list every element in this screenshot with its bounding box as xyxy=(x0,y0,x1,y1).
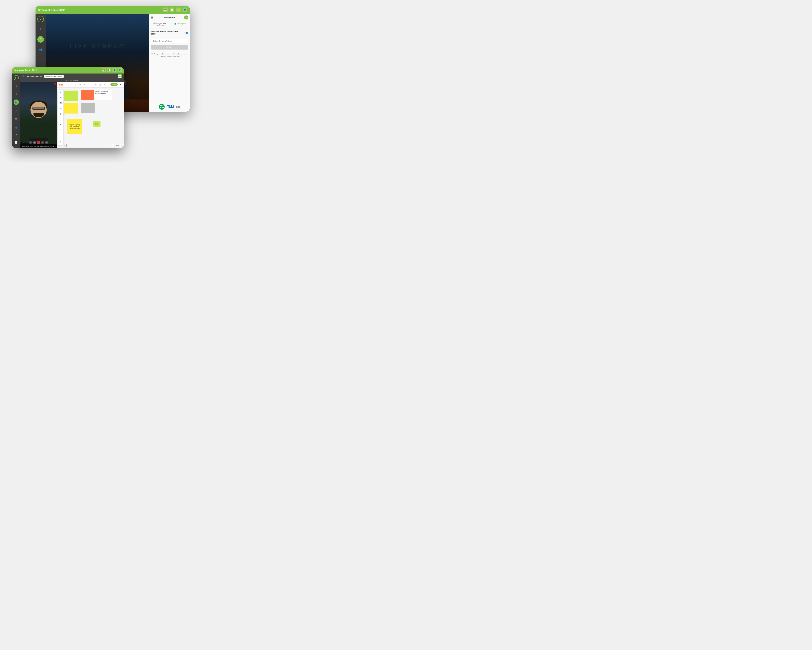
panel-avatar: F xyxy=(184,15,188,20)
sidebar-screen-icon[interactable]: 🖥 xyxy=(37,36,44,43)
ws-sidebar-bottom: 👤 ? 📄 xyxy=(14,125,19,147)
stage-bg-text: LIVE STREAM xyxy=(69,43,125,50)
zoom-out-btn[interactable]: − xyxy=(111,144,114,147)
miro-pencil-tool[interactable]: ✏ xyxy=(94,83,98,87)
panel-event-name: Demoevent xyxy=(163,16,175,19)
tab-umfragen[interactable]: 📊 Umfragen xyxy=(170,21,190,28)
workshop-video-area: 👤+ Workshopraum 1 Aufzeichnung starten xyxy=(20,73,124,148)
zoom-in-btn[interactable]: + xyxy=(120,144,123,147)
miro-frame-btn[interactable]: ⬚ xyxy=(74,83,78,87)
calendar-icon[interactable]: 📅 xyxy=(163,8,168,12)
tool-text[interactable]: T xyxy=(58,112,63,116)
tool-image[interactable]: 🖼 xyxy=(58,101,63,106)
miro-expand-icon[interactable]: ⌄ xyxy=(65,83,69,87)
editing-badge[interactable]: Editing xyxy=(110,83,118,86)
panel-logos: FAIRTRADE TUM slido xyxy=(150,102,190,112)
video-footer-text: Auf @ klicken, um Ihre Stummschaltung au… xyxy=(20,144,57,148)
ws-user-icon[interactable]: 👤 xyxy=(113,68,116,72)
tum-logo: TUM xyxy=(167,105,174,109)
send-button[interactable]: Senden xyxy=(151,45,188,49)
record-button[interactable]: Aufzeichnung starten xyxy=(44,75,64,78)
tool-undo[interactable]: ↺ xyxy=(58,135,63,139)
chat-icon[interactable]: 💬 xyxy=(169,8,174,12)
miro-toolbar: miro ⌄ ‹ ⬚ ⊕ › ↖ ✏ ◎ ● Editing ▼ xyxy=(57,82,124,87)
record-dot xyxy=(46,76,47,77)
tool-link[interactable]: ⊕ xyxy=(58,122,63,127)
person-glasses xyxy=(32,107,45,110)
fairtrade-logo: FAIRTRADE xyxy=(159,104,165,110)
sticky-green[interactable] xyxy=(64,90,78,101)
share-screen-btn[interactable]: ↑ xyxy=(41,141,44,144)
workshop-content: Hello World Streavent ... Auf @ klicken,… xyxy=(20,82,124,148)
miro-select-tool[interactable]: ↖ xyxy=(90,83,93,87)
tool-cursor[interactable]: ↖ xyxy=(58,91,63,95)
zoom-level: 26% xyxy=(115,145,119,147)
vote-count: 47 👥 xyxy=(183,32,188,34)
workshop-body: ▶ ℹ 🖥 👥 ↗ ▦ 👤 ? 📄 👤+ Workshopraum 1 Aufz… xyxy=(12,73,124,148)
video-recording-indicator xyxy=(54,83,56,85)
miro-area: miro ⌄ ‹ ⬚ ⊕ › ↖ ✏ ◎ ● Editing ▼ xyxy=(57,82,124,148)
miro-frame-icon[interactable]: ⊡ xyxy=(63,144,67,147)
miro-zoom-controls: − 26% + xyxy=(111,144,123,147)
miro-left-tools: ↖ ⊡ 🖼 ✏ T △ ⊕ » ↺ ↻ xyxy=(58,90,63,145)
ws-help-icon[interactable]: ? xyxy=(14,132,19,138)
miro-highlight-tool[interactable]: ◎ xyxy=(98,83,102,87)
phone-btn[interactable]: 📞 xyxy=(37,141,40,144)
panel-question: Welches Thema interessiert dich? 47 👥 xyxy=(150,28,190,37)
bell-icon[interactable]: 🔔 xyxy=(176,8,181,12)
sticky-orange[interactable] xyxy=(81,90,94,100)
main-header-icons: 📅 💬 🔔 👤 xyxy=(163,8,187,12)
main-window-title: Streavent Demo 2022 xyxy=(38,9,65,12)
miro-dropdown-icon[interactable]: ▼ xyxy=(119,83,122,87)
ws-grid-icon[interactable]: ▦ xyxy=(14,116,19,121)
user-icon[interactable]: 👤 xyxy=(183,8,187,12)
miro-nav-next[interactable]: › xyxy=(83,83,87,87)
tab-fragen[interactable]: 💬 Fragen und Antworten xyxy=(150,21,170,28)
word-input[interactable] xyxy=(151,39,188,43)
nav-back[interactable]: zurück zur Übersicht xyxy=(20,79,124,82)
welcome-card[interactable]: Herzlich willkommen unserem Beispiel xyxy=(95,90,111,100)
tool-redo[interactable]: ↻ xyxy=(58,140,63,144)
sidebar-people-icon[interactable]: 👥 xyxy=(37,46,44,53)
ws-calendar-icon[interactable]: 📅 xyxy=(102,68,106,72)
right-panel: ☰ Demoevent F 💬 Fragen und Antworten 📊 U… xyxy=(149,14,190,112)
tool-shape[interactable]: △ xyxy=(58,117,63,121)
grid-view-icon[interactable] xyxy=(118,74,122,78)
ws-doc-icon[interactable]: 📄 xyxy=(14,140,19,145)
play-button[interactable]: ▶ xyxy=(37,16,44,22)
panel-note: Alle Fragen und Umfragen in diesem Event… xyxy=(150,51,190,59)
tool-pen[interactable]: ✏ xyxy=(58,107,63,111)
ws-play-button[interactable]: ▶ xyxy=(14,75,19,80)
chat-tab-icon: 💬 xyxy=(153,23,156,24)
sidebar-share-icon[interactable]: ↗ xyxy=(37,57,44,63)
cam-btn[interactable]: 📷 xyxy=(33,141,36,144)
miro-color-tool[interactable]: ● xyxy=(103,83,107,87)
sticky-gray[interactable] xyxy=(81,103,95,113)
miro-nav-prev[interactable]: ‹ xyxy=(69,83,73,87)
ws-share-icon[interactable]: ↗ xyxy=(14,108,19,113)
ws-people-icon[interactable]: 👥 xyxy=(14,99,19,105)
poll-tab-icon: 📊 xyxy=(174,23,176,24)
ws-person-icon[interactable]: 👤 xyxy=(118,68,122,72)
sticky-yellow[interactable] xyxy=(64,103,78,113)
ws-chat-icon[interactable]: 💬 xyxy=(107,68,111,72)
sidebar-info-icon[interactable]: ℹ xyxy=(37,26,44,32)
tool-more[interactable]: » xyxy=(58,128,63,132)
add-person-icon: 👤+ xyxy=(22,75,26,77)
ws-profile-icon[interactable]: 👤 xyxy=(14,125,19,130)
settings-btn[interactable]: ⚙ xyxy=(45,141,48,144)
tool-sticky[interactable]: ⊡ xyxy=(58,96,63,100)
ws-info-icon[interactable]: ℹ xyxy=(14,83,19,89)
miro-bottom-bar: ⊡ − 26% + xyxy=(63,144,123,147)
miro-canvas[interactable]: ↖ ⊡ 🖼 ✏ T △ ⊕ » ↺ ↻ xyxy=(57,87,124,148)
main-header: Streavent Demo 2022 📅 💬 🔔 👤 xyxy=(35,6,190,14)
hamburger-icon[interactable]: ☰ xyxy=(151,16,153,19)
person-video xyxy=(20,82,57,148)
miro-layers-btn[interactable]: ⊕ xyxy=(78,83,82,87)
mic-btn[interactable]: 🎤 xyxy=(29,141,32,144)
sticky-yellow-large[interactable]: Integrate anything, e.g. Miro as a White… xyxy=(67,119,82,134)
ws-screen-icon[interactable]: 🖥 xyxy=(14,92,19,97)
panel-header: ☰ Demoevent F xyxy=(150,14,190,21)
panel-tabs: 💬 Fragen und Antworten 📊 Umfragen xyxy=(150,21,190,28)
sticky-hello[interactable]: hallo xyxy=(93,121,101,127)
